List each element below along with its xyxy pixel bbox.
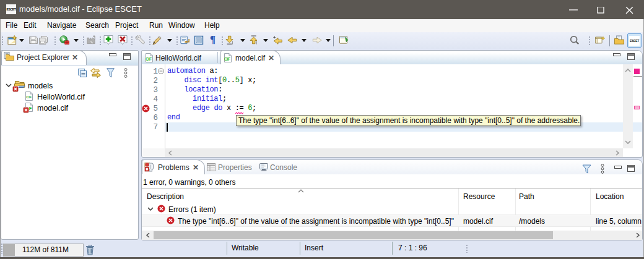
svg-text:CIF: CIF bbox=[26, 95, 32, 99]
svg-text:CIF: CIF bbox=[146, 57, 152, 61]
svg-text:CIF: CIF bbox=[224, 57, 230, 61]
